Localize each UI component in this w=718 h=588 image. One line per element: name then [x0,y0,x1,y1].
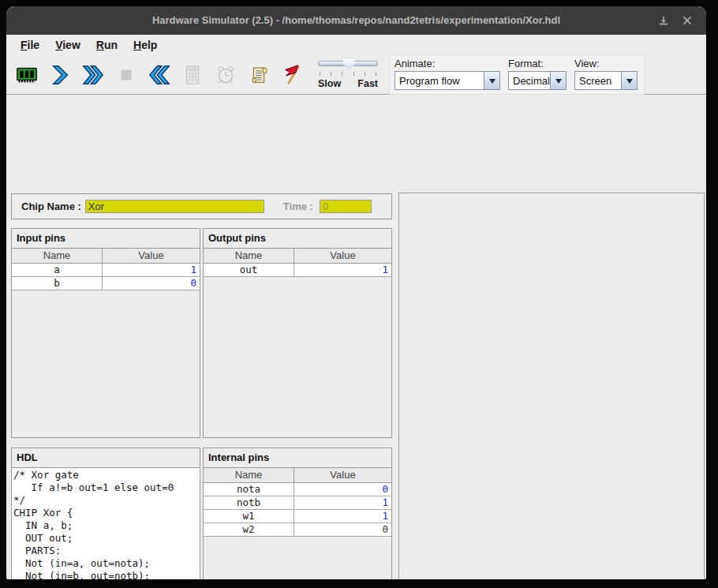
pin-value: 1 [294,510,391,522]
fast-forward-icon [81,63,105,87]
stop-button[interactable] [110,58,143,92]
pin-name: out [204,264,294,276]
chip-name-field[interactable]: Xor [85,200,264,213]
pin-name: notb [204,496,294,509]
speed-slider-ticks [320,72,376,76]
format-dropdown-button[interactable] [550,72,566,89]
table-row[interactable]: a 1 [12,264,200,277]
column-header-value: Value [103,249,200,263]
column-header-value: Value [294,249,391,263]
step-forward-icon [48,63,72,87]
menu-view[interactable]: View [47,36,88,54]
scroll-icon [247,63,271,87]
toolbar: Slow Fast Animate: Program flow Format: … [6,55,706,95]
hdl-title: HDL [12,448,200,468]
view-select[interactable]: Screen [574,71,638,90]
minimize-icon [657,14,670,27]
pin-name: b [12,277,103,290]
column-header-name: Name [12,249,103,263]
time-label: Time : [283,200,313,212]
format-label: Format: [508,58,567,69]
view-label: View: [574,58,638,69]
flag-icon [280,63,304,87]
time-field: 0 [320,200,372,213]
titlebar[interactable]: Hardware Simulator (2.5) - /home/thomas/… [6,6,706,35]
load-chip-button[interactable] [10,58,43,92]
hdl-code: /* Xor gate If a!=b out=1 else out=0 */ … [12,468,200,579]
internal-pins-panel: Internal pins Name Value nota 0 notb 1 w… [203,448,392,579]
table-row[interactable]: w2 0 [204,523,391,537]
load-script-button[interactable] [242,58,275,92]
pin-value[interactable]: 0 [103,277,200,290]
slider-fast-label: Fast [357,78,378,89]
chip-name-label: Chip Name : [21,200,81,212]
pin-value: 0 [294,483,391,496]
speed-slider[interactable]: Slow Fast [318,57,378,93]
chevron-down-icon [555,79,562,87]
pin-name: a [12,264,103,276]
clock-button[interactable] [209,58,242,92]
stop-square-icon [114,63,138,87]
input-pins-header-row: Name Value [12,249,200,264]
pin-name: w1 [204,510,294,522]
memory-chip-icon [15,63,39,87]
menubar: File View Run Help [6,35,706,55]
format-select[interactable]: Decimal [508,71,567,90]
breakpoints-button[interactable] [275,58,309,92]
output-pins-title: Output pins [204,229,391,249]
single-step-button[interactable] [43,58,77,92]
column-header-name: Name [204,468,294,482]
chevron-down-icon [489,79,495,87]
close-button[interactable] [681,14,694,27]
table-row[interactable]: nota 0 [204,483,391,496]
format-selected-value: Decimal [509,72,550,89]
pin-value[interactable]: 1 [103,264,200,276]
slider-slow-label: Slow [318,78,341,89]
input-pins-panel: Input pins Name Value a 1 b 0 [11,228,200,438]
alarm-clock-icon [214,63,237,87]
run-button[interactable] [77,58,110,92]
chevron-down-icon [626,79,633,87]
close-icon [681,14,694,27]
toolbar-dropdowns: Animate: Program flow Format: Decimal Vi… [389,54,645,95]
input-pins-title: Input pins [12,229,200,249]
column-header-name: Name [204,249,294,263]
table-row[interactable]: w1 1 [204,510,391,523]
view-selected-value: Screen [575,72,621,89]
app-window: Hardware Simulator (2.5) - /home/thomas/… [6,6,706,579]
pin-name: w2 [204,523,294,536]
internal-pins-header-row: Name Value [204,468,391,483]
menu-run[interactable]: Run [88,36,125,54]
table-row[interactable]: notb 1 [204,496,391,510]
table-row[interactable]: b 0 [12,277,200,290]
animate-label: Animate: [395,58,500,69]
output-pins-panel: Output pins Name Value out 1 [203,228,392,438]
calculator-button[interactable] [176,58,209,92]
table-row[interactable]: out 1 [204,264,391,277]
desktop-frame: Hardware Simulator (2.5) - /home/thomas/… [0,0,718,588]
menu-file[interactable]: File [13,36,47,54]
speed-slider-thumb[interactable] [343,58,355,70]
animate-selected-value: Program flow [395,72,484,89]
pin-value: 0 [294,523,391,536]
column-header-value: Value [294,468,391,482]
view-dropdown-button[interactable] [621,72,637,89]
pin-name: nota [204,483,294,496]
calculator-icon [181,63,204,87]
rewind-icon [148,63,171,87]
reset-button[interactable] [143,58,176,92]
pin-value: 1 [294,496,391,509]
output-pins-header-row: Name Value [204,249,391,264]
hdl-code-view[interactable]: /* Xor gate If a!=b out=1 else out=0 */ … [12,468,200,579]
chip-view-panel [398,193,705,579]
chip-header-panel: Chip Name : Xor Time : 0 [11,193,392,219]
animate-select[interactable]: Program flow [395,71,500,90]
main-content: Chip Name : Xor Time : 0 Input pins Name… [6,95,706,579]
internal-pins-title: Internal pins [204,448,391,468]
hdl-panel: HDL /* Xor gate If a!=b out=1 else out=0… [11,448,200,579]
window-title: Hardware Simulator (2.5) - /home/thomas/… [6,6,706,35]
pin-value: 1 [294,264,391,276]
menu-help[interactable]: Help [125,36,165,54]
minimize-button[interactable] [657,14,670,27]
animate-dropdown-button[interactable] [484,72,499,89]
